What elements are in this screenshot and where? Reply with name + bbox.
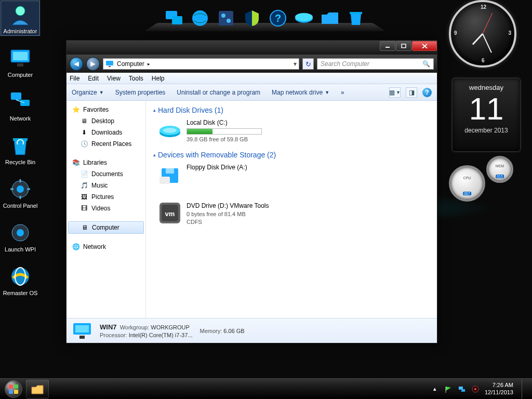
desktop-icon-network[interactable]: Network xyxy=(1,88,39,123)
system-properties-button[interactable]: System properties xyxy=(115,89,166,96)
dock-recycle-icon[interactable] xyxy=(345,8,366,29)
category-hdd[interactable]: ▴Hard Disk Drives (1) xyxy=(153,106,430,114)
calendar-gadget[interactable]: wednesday 11 december 2013 xyxy=(452,78,521,152)
calendar-day: 11 xyxy=(456,94,517,125)
minimize-button[interactable] xyxy=(380,41,395,51)
menu-view[interactable]: View xyxy=(107,75,121,82)
system-tray: ▴ 7:26 AM 12/11/2013 xyxy=(431,379,529,399)
command-bar: Organize ▼ System properties Uninstall o… xyxy=(66,84,437,101)
nav-videos[interactable]: 🎞Videos xyxy=(66,203,145,214)
svg-rect-30 xyxy=(402,44,406,48)
svg-point-22 xyxy=(221,14,225,18)
menu-bar: File Edit View Tools Help xyxy=(66,73,437,84)
monitor-icon xyxy=(8,46,33,71)
drive-a[interactable]: Floppy Disk Drive (A:) xyxy=(158,163,288,186)
drive-d[interactable]: vm DVD Drive (D:) VMware Tools 0 bytes f… xyxy=(158,202,288,227)
address-dropdown[interactable]: ▾ xyxy=(294,60,297,68)
nav-libraries[interactable]: 📚Libraries xyxy=(66,157,145,168)
details-memory: 6.06 GB xyxy=(223,328,244,334)
nav-downloads[interactable]: ⬇Downloads xyxy=(66,127,145,138)
close-button[interactable] xyxy=(412,41,437,51)
cpu-meter-gadget[interactable]: MEM015 CPU007 xyxy=(449,156,516,205)
desktop-icon-launch-wpi[interactable]: Launch WPI xyxy=(1,219,39,254)
pictures-icon: 🖼 xyxy=(80,193,88,201)
dock-globe-icon[interactable] xyxy=(190,8,210,29)
nav-recent[interactable]: 🕓Recent Places xyxy=(66,138,145,150)
download-icon: ⬇ xyxy=(80,128,88,137)
tray-flag-icon[interactable] xyxy=(444,385,453,393)
calendar-weekday: wednesday xyxy=(456,84,517,91)
dock-computer-icon[interactable] xyxy=(164,8,184,29)
organize-button[interactable]: Organize ▼ xyxy=(72,89,104,96)
desktop-icon-computer[interactable]: Computer xyxy=(1,45,39,79)
svg-rect-19 xyxy=(172,16,182,24)
titlebar[interactable] xyxy=(66,41,437,55)
show-desktop-button[interactable] xyxy=(522,379,527,399)
tray-network-icon[interactable] xyxy=(458,385,466,393)
dock-disk-icon[interactable] xyxy=(294,8,314,29)
desktop-icon-remaster-os[interactable]: Remaster OS xyxy=(1,263,39,297)
taskbar-explorer[interactable] xyxy=(26,380,49,398)
uninstall-button[interactable]: Uninstall or change a program xyxy=(177,89,260,96)
nav-documents[interactable]: 📄Documents xyxy=(66,168,145,180)
second-hand xyxy=(483,13,493,34)
overflow-button[interactable]: » xyxy=(341,89,344,96)
minute-hand xyxy=(482,34,492,53)
back-button[interactable]: ◄ xyxy=(70,57,83,71)
category-removable[interactable]: ▴Devices with Removable Storage (2) xyxy=(153,151,430,159)
dock-folder-icon[interactable] xyxy=(320,8,340,29)
svg-rect-2 xyxy=(13,52,28,60)
details-workgroup: WORKGROUP xyxy=(151,324,190,330)
search-input[interactable]: Search Computer 🔍 xyxy=(317,58,434,70)
tray-chevron-icon[interactable]: ▴ xyxy=(431,385,439,393)
svg-rect-53 xyxy=(461,389,465,392)
drive-d-fs: CDFS xyxy=(187,218,269,226)
breadcrumb-root[interactable]: Computer xyxy=(117,60,144,68)
monitor-icon xyxy=(72,321,92,341)
map-drive-button[interactable]: Map network drive ▼ xyxy=(272,89,329,96)
dock-help-icon[interactable]: ? xyxy=(268,8,288,29)
hour-hand xyxy=(472,33,483,45)
svg-point-37 xyxy=(163,128,177,133)
gear-icon xyxy=(8,220,33,245)
svg-point-15 xyxy=(17,229,24,236)
tray-volume-icon[interactable] xyxy=(471,385,480,393)
nav-pictures[interactable]: 🖼Pictures xyxy=(66,191,145,203)
nav-network[interactable]: 🌐Network xyxy=(66,241,145,252)
view-button[interactable]: ▦▼ xyxy=(389,87,401,98)
svg-rect-50 xyxy=(14,390,18,394)
drive-c[interactable]: Local Disk (C:) 39.8 GB free of 59.8 GB xyxy=(158,118,288,143)
menu-edit[interactable]: Edit xyxy=(88,75,99,82)
breadcrumb-sep[interactable]: ▸ xyxy=(148,61,150,66)
svg-rect-39 xyxy=(166,168,174,174)
forward-button[interactable]: ► xyxy=(86,57,100,71)
refresh-button[interactable]: ↻ xyxy=(302,58,314,70)
menu-tools[interactable]: Tools xyxy=(129,75,143,82)
svg-point-20 xyxy=(192,10,208,26)
desktop-icon-recycle-bin[interactable]: Recycle Bin xyxy=(1,132,39,166)
help-icon[interactable]: ? xyxy=(422,88,432,97)
clock-gadget[interactable]: 12 3 6 9 xyxy=(449,0,516,68)
content-pane: ▴Hard Disk Drives (1) Local Disk (C:) 39… xyxy=(146,101,437,318)
desktop-icons: Administrator Computer Network Recycle B… xyxy=(1,1,39,297)
dock-shield-icon[interactable] xyxy=(242,8,262,29)
maximize-button[interactable] xyxy=(396,41,411,51)
tray-clock[interactable]: 7:26 AM 12/11/2013 xyxy=(485,382,513,395)
start-button[interactable] xyxy=(3,380,24,398)
preview-pane-button[interactable]: ◨ xyxy=(406,87,417,98)
tray-date: 12/11/2013 xyxy=(485,389,513,396)
nav-music[interactable]: 🎵Music xyxy=(66,180,145,191)
desktop-icon-administrator[interactable]: Administrator xyxy=(1,1,39,35)
cpu-dial: CPU007 xyxy=(449,165,485,202)
gear-icon xyxy=(8,177,33,202)
nav-favorites[interactable]: ⭐Favorites xyxy=(66,104,145,115)
menu-file[interactable]: File xyxy=(70,75,79,82)
menu-help[interactable]: Help xyxy=(152,75,165,82)
drive-c-free: 39.8 GB free of 59.8 GB xyxy=(187,136,262,143)
address-bar[interactable]: Computer ▸ ▾ xyxy=(103,58,299,70)
desktop-icon-control-panel[interactable]: Control Panel xyxy=(1,176,39,210)
dock-controlpanel-icon[interactable] xyxy=(216,8,236,29)
nav-computer[interactable]: 🖥Computer xyxy=(68,221,144,234)
nav-desktop[interactable]: 🖥Desktop xyxy=(66,115,145,127)
details-name: WIN7 xyxy=(100,323,117,331)
